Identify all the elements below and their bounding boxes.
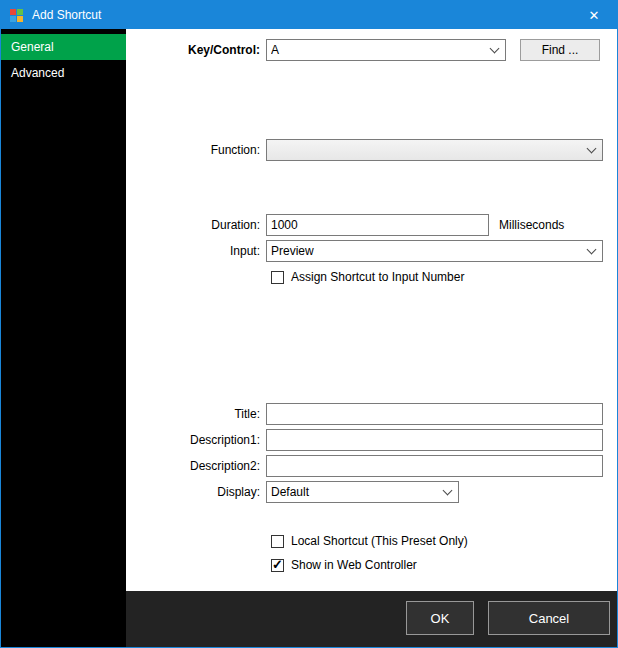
sidebar: General Advanced [1, 29, 126, 648]
general-panel: Key/Control: A Find ... Function: Durati… [126, 29, 618, 593]
key-control-label: Key/Control: [126, 43, 266, 57]
title-label: Title: [126, 407, 266, 421]
function-label: Function: [126, 143, 266, 157]
window-title: Add Shortcut [32, 8, 101, 22]
duration-input[interactable] [266, 214, 489, 236]
web-controller-checkbox[interactable] [271, 559, 284, 572]
assign-shortcut-checkbox[interactable] [271, 271, 284, 284]
chevron-down-icon [587, 143, 597, 153]
display-dropdown[interactable]: Default [266, 481, 459, 503]
input-value: Preview [271, 244, 584, 258]
description2-row: Description2: [126, 455, 603, 477]
assign-shortcut-label: Assign Shortcut to Input Number [291, 270, 464, 284]
function-row: Function: [126, 139, 603, 161]
description1-row: Description1: [126, 429, 603, 451]
description1-input[interactable] [266, 429, 603, 451]
input-row: Input: Preview [126, 240, 603, 262]
ok-button[interactable]: OK [406, 601, 474, 635]
cancel-button[interactable]: Cancel [488, 601, 610, 635]
input-label: Input: [126, 244, 266, 258]
duration-label: Duration: [126, 218, 266, 232]
close-icon[interactable]: ✕ [571, 1, 617, 29]
add-shortcut-dialog: Add Shortcut ✕ General Advanced Key/Cont… [0, 0, 618, 648]
footer-bar: OK Cancel [126, 591, 618, 647]
key-control-value: A [271, 43, 487, 57]
title-row: Title: [126, 403, 603, 425]
web-controller-label: Show in Web Controller [291, 558, 417, 572]
display-value: Default [271, 485, 440, 499]
duration-units-label: Milliseconds [499, 218, 564, 232]
key-control-row: Key/Control: A Find ... [126, 39, 600, 61]
local-shortcut-checkbox[interactable] [271, 535, 284, 548]
input-dropdown[interactable]: Preview [266, 240, 603, 262]
web-controller-row: Show in Web Controller [271, 557, 417, 573]
display-row: Display: Default [126, 481, 459, 503]
title-input[interactable] [266, 403, 603, 425]
duration-row: Duration: Milliseconds [126, 214, 564, 236]
description1-label: Description1: [126, 433, 266, 447]
local-shortcut-label: Local Shortcut (This Preset Only) [291, 534, 468, 548]
assign-shortcut-row: Assign Shortcut to Input Number [271, 269, 464, 285]
description2-input[interactable] [266, 455, 603, 477]
sidebar-item-advanced[interactable]: Advanced [1, 60, 126, 86]
chevron-down-icon [443, 485, 453, 495]
description2-label: Description2: [126, 459, 266, 473]
key-control-dropdown[interactable]: A [266, 39, 506, 61]
function-dropdown[interactable] [266, 139, 603, 161]
display-label: Display: [126, 485, 266, 499]
chevron-down-icon [490, 43, 500, 53]
local-shortcut-row: Local Shortcut (This Preset Only) [271, 533, 468, 549]
chevron-down-icon [587, 244, 597, 254]
titlebar: Add Shortcut ✕ [1, 1, 617, 29]
app-logo-grid-icon [10, 9, 23, 22]
sidebar-item-general[interactable]: General [1, 34, 126, 60]
find-button[interactable]: Find ... [520, 39, 600, 61]
